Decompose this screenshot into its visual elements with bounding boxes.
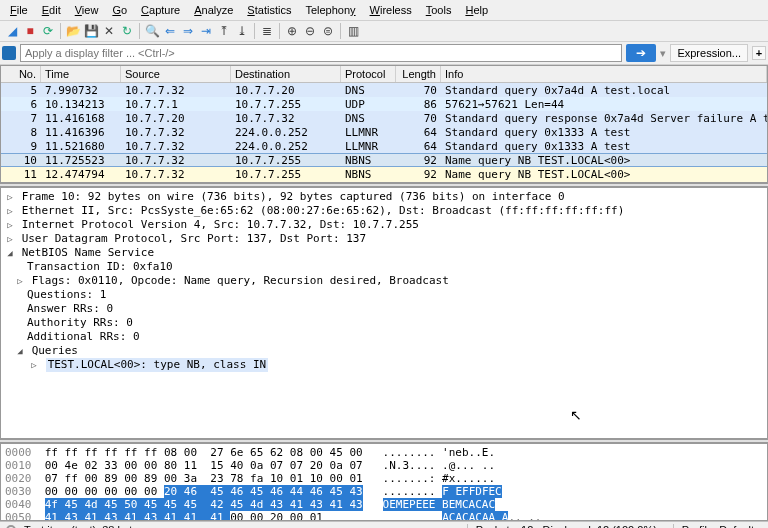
toolbar-start-icon[interactable]: ◢ [4, 23, 20, 39]
filter-expression-button[interactable]: Expression... [670, 44, 748, 62]
collapse-icon[interactable]: ◢ [15, 344, 25, 358]
col-proto: Protocol [341, 66, 396, 82]
menubar: File Edit View Go Capture Analyze Statis… [0, 0, 768, 21]
tree-questions[interactable]: Questions: 1 [1, 288, 767, 302]
tree-flags[interactable]: ▷ Flags: 0x0110, Opcode: Name query, Rec… [1, 274, 767, 288]
tree-query-item[interactable]: ▷ TEST.LOCAL<00>: type NB, class IN [1, 358, 767, 372]
menu-capture[interactable]: Capture [135, 2, 186, 18]
status-packets: Packets: 12 · Displayed: 12 (100.0%) [467, 524, 665, 528]
packet-list-header[interactable]: No. Time Source Destination Protocol Len… [1, 66, 767, 83]
filter-add-button[interactable]: + [752, 46, 766, 60]
toolbar-zoom-reset-icon[interactable]: ⊜ [320, 23, 336, 39]
menu-analyze[interactable]: Analyze [188, 2, 239, 18]
tree-eth[interactable]: ▷ Ethernet II, Src: PcsSyste_6e:65:62 (0… [1, 204, 767, 218]
hex-row: 0020 07 ff 00 89 00 89 00 3a 23 78 fa 10… [5, 472, 763, 485]
filter-bookmark-icon[interactable] [2, 46, 16, 60]
tree-nbns[interactable]: ◢ NetBIOS Name Service [1, 246, 767, 260]
toolbar-separator [279, 23, 280, 39]
toolbar-resize-cols-icon[interactable]: ▥ [345, 23, 361, 39]
toolbar-restart-icon[interactable]: ⟳ [40, 23, 56, 39]
toolbar-separator [60, 23, 61, 39]
packet-row[interactable]: 57.99073210.7.7.3210.7.7.20DNS70Standard… [1, 83, 767, 97]
tree-answers[interactable]: Answer RRs: 0 [1, 302, 767, 316]
menu-view[interactable]: View [69, 2, 105, 18]
expand-icon[interactable]: ▷ [15, 274, 25, 288]
expand-icon[interactable]: ▷ [5, 232, 15, 246]
packet-row[interactable]: 911.52168010.7.7.32224.0.0.252LLMNR64Sta… [1, 139, 767, 153]
toolbar-separator [340, 23, 341, 39]
hex-row: 0050 41 43 41 43 41 43 41 41 41 00 00 20… [5, 511, 763, 521]
toolbar-last-icon[interactable]: ⤓ [234, 23, 250, 39]
toolbar-find-icon[interactable]: 🔍 [144, 23, 160, 39]
tree-ip[interactable]: ▷ Internet Protocol Version 4, Src: 10.7… [1, 218, 767, 232]
expand-icon[interactable]: ▷ [29, 358, 39, 372]
menu-help[interactable]: Help [459, 2, 494, 18]
display-filter-input[interactable] [20, 44, 622, 62]
tree-frame[interactable]: ▷ Frame 10: 92 bytes on wire (736 bits),… [1, 190, 767, 204]
toolbar-zoom-in-icon[interactable]: ⊕ [284, 23, 300, 39]
menu-telephony[interactable]: Telephony [299, 2, 361, 18]
menu-wireless[interactable]: Wireless [364, 2, 418, 18]
tree-txid[interactable]: Transaction ID: 0xfa10 [1, 260, 767, 274]
toolbar-prev-icon[interactable]: ⇐ [162, 23, 178, 39]
col-length: Length [396, 66, 441, 82]
packet-row[interactable]: 1011.72552310.7.7.3210.7.7.255NBNS92Name… [1, 153, 767, 167]
hex-row: 0030 00 00 00 00 00 00 20 46 45 46 45 46… [5, 485, 763, 498]
toolbar-autoscroll-icon[interactable]: ≣ [259, 23, 275, 39]
toolbar-stop-icon[interactable]: ■ [22, 23, 38, 39]
toolbar-first-icon[interactable]: ⤒ [216, 23, 232, 39]
toolbar-close-icon[interactable]: ✕ [101, 23, 117, 39]
packet-row[interactable]: 1112.47479410.7.7.3210.7.7.255NBNS92Name… [1, 167, 767, 181]
statusbar: Text item (text), 38 bytes Packets: 12 ·… [0, 521, 768, 528]
packet-row[interactable]: 711.41616810.7.7.2010.7.7.32DNS70Standar… [1, 111, 767, 125]
col-info: Info [441, 66, 767, 82]
status-selected-item: Text item (text), 38 bytes [24, 524, 144, 528]
col-source: Source [121, 66, 231, 82]
toolbar: ◢ ■ ⟳ 📂 💾 ✕ ↻ 🔍 ⇐ ⇒ ⇥ ⤒ ⤓ ≣ ⊕ ⊖ ⊜ ▥ [0, 21, 768, 42]
menu-statistics[interactable]: Statistics [241, 2, 297, 18]
hex-row: 0040 4f 45 4d 45 50 45 45 45 42 45 4d 43… [5, 498, 763, 511]
collapse-icon[interactable]: ◢ [5, 246, 15, 260]
menu-tools[interactable]: Tools [420, 2, 458, 18]
col-time: Time [41, 66, 121, 82]
hex-row: 0010 00 4e 02 33 00 00 80 11 15 40 0a 07… [5, 459, 763, 472]
packet-row[interactable]: 811.41639610.7.7.32224.0.0.252LLMNR64Sta… [1, 125, 767, 139]
toolbar-jump-icon[interactable]: ⇥ [198, 23, 214, 39]
tree-additional[interactable]: Additional RRs: 0 [1, 330, 767, 344]
menu-go[interactable]: Go [106, 2, 133, 18]
toolbar-open-icon[interactable]: 📂 [65, 23, 81, 39]
filter-bar: ➔ ▾ Expression... + [0, 42, 768, 65]
status-profile[interactable]: Profile: Default [673, 524, 762, 528]
packet-bytes-pane[interactable]: 0000 ff ff ff ff ff ff 08 00 27 6e 65 62… [0, 443, 768, 521]
toolbar-next-icon[interactable]: ⇒ [180, 23, 196, 39]
tree-udp[interactable]: ▷ User Datagram Protocol, Src Port: 137,… [1, 232, 767, 246]
toolbar-separator [254, 23, 255, 39]
packet-list-pane: No. Time Source Destination Protocol Len… [0, 65, 768, 183]
packet-details-pane: ▷ Frame 10: 92 bytes on wire (736 bits),… [0, 187, 768, 439]
toolbar-reload-icon[interactable]: ↻ [119, 23, 135, 39]
menu-file[interactable]: File [4, 2, 34, 18]
expand-icon[interactable]: ▷ [5, 190, 15, 204]
filter-apply-button[interactable]: ➔ [626, 44, 656, 62]
col-no: No. [1, 66, 41, 82]
tree-authority[interactable]: Authority RRs: 0 [1, 316, 767, 330]
expand-icon[interactable]: ▷ [5, 218, 15, 232]
menu-edit[interactable]: Edit [36, 2, 67, 18]
packet-row[interactable]: 610.13421310.7.7.110.7.7.255UDP8657621→5… [1, 97, 767, 111]
toolbar-zoom-out-icon[interactable]: ⊖ [302, 23, 318, 39]
col-dest: Destination [231, 66, 341, 82]
toolbar-save-icon[interactable]: 💾 [83, 23, 99, 39]
tree-queries[interactable]: ◢ Queries [1, 344, 767, 358]
hex-row: 0000 ff ff ff ff ff ff 08 00 27 6e 65 62… [5, 446, 763, 459]
toolbar-separator [139, 23, 140, 39]
expand-icon[interactable]: ▷ [5, 204, 15, 218]
